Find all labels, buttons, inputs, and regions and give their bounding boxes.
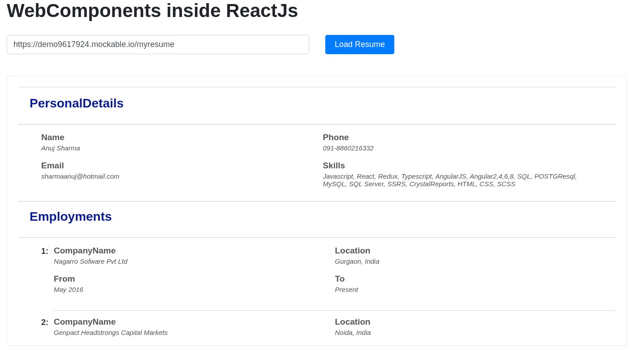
employment-number: 2: bbox=[41, 317, 54, 345]
email-label: Email bbox=[41, 161, 314, 171]
page-title: WebComponents inside ReactJs bbox=[7, 0, 627, 21]
location-label: Location bbox=[335, 246, 608, 256]
url-row: Load Resume bbox=[7, 35, 627, 54]
company-field: CompanyName Nagarro Sofware Pvt Ltd bbox=[54, 246, 326, 265]
employment-content: CompanyName Nagarro Sofware Pvt Ltd From… bbox=[54, 246, 616, 302]
from-field: From May 2016 bbox=[54, 274, 326, 293]
company-value: Nagarro Sofware Pvt Ltd bbox=[54, 257, 326, 265]
divider bbox=[18, 87, 616, 87]
location-value: Noida, India bbox=[335, 329, 608, 336]
divider bbox=[18, 237, 616, 238]
employment-item: 1: CompanyName Nagarro Sofware Pvt Ltd F… bbox=[18, 246, 616, 302]
personal-details-grid: Name Anuj Sharma Email sharmaanuj@hotmai… bbox=[18, 133, 616, 197]
location-label: Location bbox=[335, 317, 608, 327]
to-field: To Present bbox=[335, 274, 608, 293]
phone-value: 091-8860216332 bbox=[323, 144, 596, 152]
employment-number: 1: bbox=[41, 246, 54, 302]
email-value: sharmaanuj@hotmail.com bbox=[41, 172, 314, 180]
email-field: Email sharmaanuj@hotmail.com bbox=[41, 161, 314, 180]
resume-url-input[interactable] bbox=[7, 35, 309, 54]
phone-field: Phone 091-8860216332 bbox=[323, 133, 596, 152]
divider bbox=[54, 310, 616, 311]
to-value: Present bbox=[335, 286, 608, 293]
location-field: Location Gurgaon, India bbox=[335, 246, 608, 265]
name-field: Name Anuj Sharma bbox=[41, 133, 314, 152]
phone-label: Phone bbox=[323, 133, 596, 142]
company-value: Genpact Headstrongs Capital Markets bbox=[54, 329, 326, 336]
location-value: Gurgaon, India bbox=[335, 257, 608, 265]
employment-content: CompanyName Genpact Headstrongs Capital … bbox=[54, 317, 616, 345]
location-field: Location Noida, India bbox=[335, 317, 608, 336]
skills-label: Skills bbox=[323, 161, 596, 171]
company-field: CompanyName Genpact Headstrongs Capital … bbox=[54, 317, 326, 336]
employments-title: Employments bbox=[30, 210, 616, 224]
skills-value: Javascript, React, Redux, Typescript, An… bbox=[323, 172, 596, 188]
name-label: Name bbox=[41, 133, 314, 142]
skills-field: Skills Javascript, React, Redux, Typescr… bbox=[323, 161, 596, 188]
personal-right-column: Phone 091-8860216332 Skills Javascript, … bbox=[323, 133, 605, 197]
personal-details-title: PersonalDetails bbox=[30, 96, 616, 111]
load-resume-button[interactable]: Load Resume bbox=[325, 35, 394, 54]
company-label: CompanyName bbox=[54, 246, 326, 256]
divider bbox=[18, 201, 616, 201]
personal-left-column: Name Anuj Sharma Email sharmaanuj@hotmai… bbox=[41, 133, 323, 197]
divider bbox=[18, 124, 616, 124]
company-label: CompanyName bbox=[54, 317, 326, 327]
from-value: May 2016 bbox=[54, 286, 326, 293]
to-label: To bbox=[335, 274, 608, 284]
employment-item: 2: CompanyName Genpact Headstrongs Capit… bbox=[18, 317, 616, 345]
from-label: From bbox=[54, 274, 326, 284]
resume-card: PersonalDetails Name Anuj Sharma Email s… bbox=[7, 76, 627, 346]
name-value: Anuj Sharma bbox=[41, 144, 314, 152]
